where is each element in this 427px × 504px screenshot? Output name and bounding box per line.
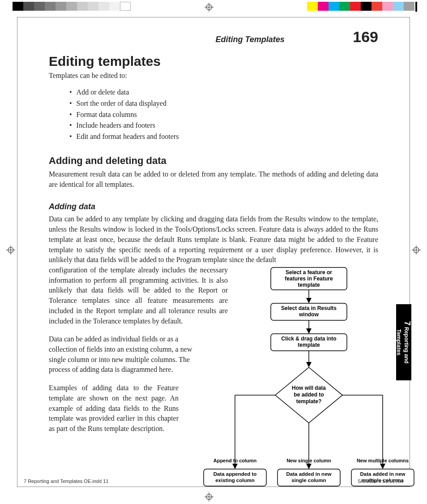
svg-text:Data appended to: Data appended to	[214, 471, 256, 477]
svg-text:Append to column: Append to column	[214, 458, 257, 463]
svg-text:Data added in new: Data added in new	[286, 471, 332, 477]
body-text: Measurement result data can be added to …	[49, 169, 378, 190]
svg-text:template: template	[298, 282, 320, 288]
svg-text:be added to: be added to	[294, 392, 324, 398]
svg-text:features in Feature: features in Feature	[285, 276, 333, 282]
page-frame: Editing Templates 169 Editing templates …	[17, 17, 410, 487]
footer-filename: 7 Reporting and Templates OE.indd 11	[24, 478, 108, 484]
intro-text: Templates can be edited to:	[49, 72, 378, 80]
running-header: Editing Templates 169	[49, 28, 378, 46]
running-title: Editing Templates	[215, 35, 284, 44]
page-number: 169	[353, 28, 378, 46]
heading-2: Adding and deleting data	[49, 155, 378, 167]
list-item: Add or delete data	[69, 87, 378, 98]
flowchart-diagram: Select a feature or features in Feature …	[199, 265, 387, 500]
svg-text:Select data in Results: Select data in Results	[281, 305, 337, 311]
svg-text:window: window	[299, 311, 319, 318]
print-color-bar	[0, 2, 427, 11]
svg-text:template?: template?	[296, 398, 322, 405]
registration-mark-icon	[205, 3, 214, 12]
svg-text:How will data: How will data	[292, 385, 326, 391]
heading-3: Adding data	[49, 202, 378, 211]
chapter-thumb-tab: 7 Reporting andTemplates	[396, 304, 411, 380]
trim-mark	[415, 2, 417, 12]
svg-text:New multiple columns: New multiple columns	[357, 458, 409, 463]
list-item: Include headers and footers	[69, 120, 378, 131]
list-item: Edit and format headers and footers	[69, 131, 378, 142]
body-text: Data can be added to any template by cli…	[49, 214, 378, 265]
registration-mark-icon	[6, 246, 15, 254]
svg-text:Select a feature or: Select a feature or	[286, 269, 332, 276]
bullet-list: Add or delete data Sort the order of dat…	[69, 87, 378, 142]
svg-text:Data added in new: Data added in new	[360, 471, 406, 477]
svg-text:Click & drag data into: Click & drag data into	[281, 336, 336, 342]
svg-text:template: template	[298, 342, 320, 348]
footer-timestamp: 5/9/2005 9:53:11 AM	[358, 478, 403, 484]
body-text: Data can be added as individual fields o…	[49, 334, 196, 375]
svg-text:New single column: New single column	[286, 458, 331, 463]
list-item: Sort the order of data displayed	[69, 98, 378, 109]
registration-mark-icon	[412, 246, 421, 254]
heading-1: Editing templates	[49, 54, 378, 69]
list-item: Format data columns	[69, 109, 378, 121]
body-text: Examples of adding data to the Feature t…	[49, 383, 179, 434]
